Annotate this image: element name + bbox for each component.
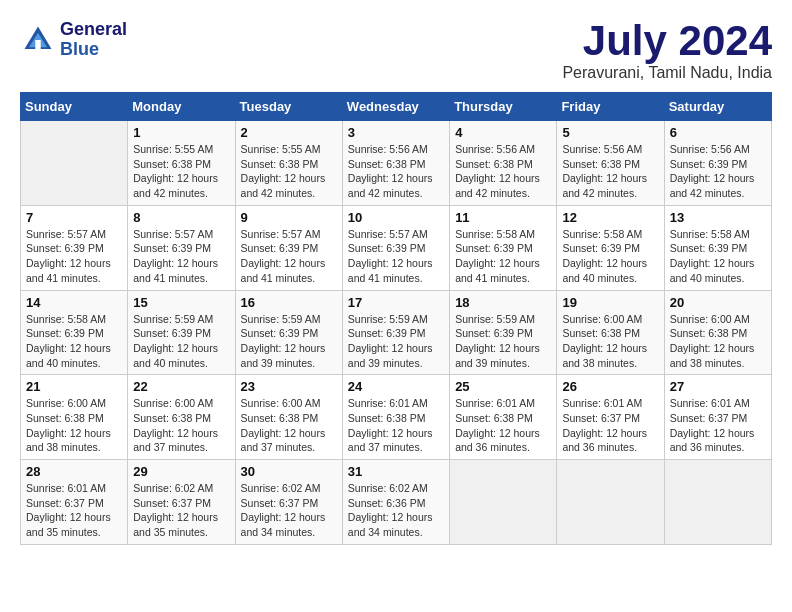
day-number: 16 (241, 295, 337, 310)
calendar-cell (557, 460, 664, 545)
calendar-cell: 26Sunrise: 6:01 AM Sunset: 6:37 PM Dayli… (557, 375, 664, 460)
day-number: 14 (26, 295, 122, 310)
calendar-cell: 28Sunrise: 6:01 AM Sunset: 6:37 PM Dayli… (21, 460, 128, 545)
day-info: Sunrise: 6:01 AM Sunset: 6:38 PM Dayligh… (348, 396, 444, 455)
column-header-thursday: Thursday (450, 93, 557, 121)
calendar-cell: 20Sunrise: 6:00 AM Sunset: 6:38 PM Dayli… (664, 290, 771, 375)
calendar-cell: 30Sunrise: 6:02 AM Sunset: 6:37 PM Dayli… (235, 460, 342, 545)
day-info: Sunrise: 5:58 AM Sunset: 6:39 PM Dayligh… (562, 227, 658, 286)
day-info: Sunrise: 6:01 AM Sunset: 6:37 PM Dayligh… (670, 396, 766, 455)
calendar-week-row: 21Sunrise: 6:00 AM Sunset: 6:38 PM Dayli… (21, 375, 772, 460)
day-info: Sunrise: 5:58 AM Sunset: 6:39 PM Dayligh… (670, 227, 766, 286)
calendar-cell: 24Sunrise: 6:01 AM Sunset: 6:38 PM Dayli… (342, 375, 449, 460)
calendar-cell: 10Sunrise: 5:57 AM Sunset: 6:39 PM Dayli… (342, 205, 449, 290)
column-header-wednesday: Wednesday (342, 93, 449, 121)
calendar-cell: 2Sunrise: 5:55 AM Sunset: 6:38 PM Daylig… (235, 121, 342, 206)
day-info: Sunrise: 5:59 AM Sunset: 6:39 PM Dayligh… (348, 312, 444, 371)
day-info: Sunrise: 5:57 AM Sunset: 6:39 PM Dayligh… (26, 227, 122, 286)
day-info: Sunrise: 5:59 AM Sunset: 6:39 PM Dayligh… (133, 312, 229, 371)
title-block: July 2024 Peravurani, Tamil Nadu, India (562, 20, 772, 82)
calendar-cell: 17Sunrise: 5:59 AM Sunset: 6:39 PM Dayli… (342, 290, 449, 375)
svg-rect-2 (35, 40, 40, 49)
calendar-cell: 6Sunrise: 5:56 AM Sunset: 6:39 PM Daylig… (664, 121, 771, 206)
day-info: Sunrise: 5:57 AM Sunset: 6:39 PM Dayligh… (348, 227, 444, 286)
day-number: 17 (348, 295, 444, 310)
day-info: Sunrise: 6:01 AM Sunset: 6:37 PM Dayligh… (26, 481, 122, 540)
day-number: 27 (670, 379, 766, 394)
day-number: 10 (348, 210, 444, 225)
calendar-cell: 4Sunrise: 5:56 AM Sunset: 6:38 PM Daylig… (450, 121, 557, 206)
calendar-cell: 7Sunrise: 5:57 AM Sunset: 6:39 PM Daylig… (21, 205, 128, 290)
calendar-cell: 8Sunrise: 5:57 AM Sunset: 6:39 PM Daylig… (128, 205, 235, 290)
day-number: 28 (26, 464, 122, 479)
column-header-friday: Friday (557, 93, 664, 121)
calendar-cell: 3Sunrise: 5:56 AM Sunset: 6:38 PM Daylig… (342, 121, 449, 206)
day-info: Sunrise: 6:02 AM Sunset: 6:37 PM Dayligh… (241, 481, 337, 540)
day-info: Sunrise: 5:58 AM Sunset: 6:39 PM Dayligh… (26, 312, 122, 371)
location-subtitle: Peravurani, Tamil Nadu, India (562, 64, 772, 82)
calendar-header-row: SundayMondayTuesdayWednesdayThursdayFrid… (21, 93, 772, 121)
month-year-title: July 2024 (562, 20, 772, 62)
day-number: 11 (455, 210, 551, 225)
calendar-cell: 16Sunrise: 5:59 AM Sunset: 6:39 PM Dayli… (235, 290, 342, 375)
day-info: Sunrise: 6:02 AM Sunset: 6:37 PM Dayligh… (133, 481, 229, 540)
day-info: Sunrise: 5:56 AM Sunset: 6:38 PM Dayligh… (455, 142, 551, 201)
calendar-cell: 23Sunrise: 6:00 AM Sunset: 6:38 PM Dayli… (235, 375, 342, 460)
day-number: 12 (562, 210, 658, 225)
day-number: 2 (241, 125, 337, 140)
day-info: Sunrise: 5:56 AM Sunset: 6:38 PM Dayligh… (348, 142, 444, 201)
day-number: 9 (241, 210, 337, 225)
calendar-week-row: 7Sunrise: 5:57 AM Sunset: 6:39 PM Daylig… (21, 205, 772, 290)
calendar-table: SundayMondayTuesdayWednesdayThursdayFrid… (20, 92, 772, 545)
day-number: 5 (562, 125, 658, 140)
calendar-cell: 21Sunrise: 6:00 AM Sunset: 6:38 PM Dayli… (21, 375, 128, 460)
calendar-cell: 1Sunrise: 5:55 AM Sunset: 6:38 PM Daylig… (128, 121, 235, 206)
calendar-week-row: 28Sunrise: 6:01 AM Sunset: 6:37 PM Dayli… (21, 460, 772, 545)
day-info: Sunrise: 6:00 AM Sunset: 6:38 PM Dayligh… (133, 396, 229, 455)
calendar-cell: 27Sunrise: 6:01 AM Sunset: 6:37 PM Dayli… (664, 375, 771, 460)
day-number: 4 (455, 125, 551, 140)
day-number: 1 (133, 125, 229, 140)
day-number: 15 (133, 295, 229, 310)
day-number: 20 (670, 295, 766, 310)
day-number: 26 (562, 379, 658, 394)
calendar-cell: 14Sunrise: 5:58 AM Sunset: 6:39 PM Dayli… (21, 290, 128, 375)
day-number: 6 (670, 125, 766, 140)
calendar-cell (21, 121, 128, 206)
calendar-cell (664, 460, 771, 545)
calendar-cell: 18Sunrise: 5:59 AM Sunset: 6:39 PM Dayli… (450, 290, 557, 375)
calendar-cell: 29Sunrise: 6:02 AM Sunset: 6:37 PM Dayli… (128, 460, 235, 545)
day-info: Sunrise: 5:56 AM Sunset: 6:39 PM Dayligh… (670, 142, 766, 201)
calendar-cell: 9Sunrise: 5:57 AM Sunset: 6:39 PM Daylig… (235, 205, 342, 290)
calendar-cell: 15Sunrise: 5:59 AM Sunset: 6:39 PM Dayli… (128, 290, 235, 375)
column-header-tuesday: Tuesday (235, 93, 342, 121)
day-number: 8 (133, 210, 229, 225)
day-info: Sunrise: 5:58 AM Sunset: 6:39 PM Dayligh… (455, 227, 551, 286)
logo-line2: Blue (60, 40, 127, 60)
calendar-cell: 19Sunrise: 6:00 AM Sunset: 6:38 PM Dayli… (557, 290, 664, 375)
column-header-sunday: Sunday (21, 93, 128, 121)
day-number: 29 (133, 464, 229, 479)
calendar-cell: 13Sunrise: 5:58 AM Sunset: 6:39 PM Dayli… (664, 205, 771, 290)
column-header-monday: Monday (128, 93, 235, 121)
day-info: Sunrise: 6:02 AM Sunset: 6:36 PM Dayligh… (348, 481, 444, 540)
day-info: Sunrise: 5:55 AM Sunset: 6:38 PM Dayligh… (133, 142, 229, 201)
day-info: Sunrise: 5:55 AM Sunset: 6:38 PM Dayligh… (241, 142, 337, 201)
day-info: Sunrise: 5:59 AM Sunset: 6:39 PM Dayligh… (455, 312, 551, 371)
day-number: 7 (26, 210, 122, 225)
day-info: Sunrise: 6:00 AM Sunset: 6:38 PM Dayligh… (562, 312, 658, 371)
calendar-cell: 12Sunrise: 5:58 AM Sunset: 6:39 PM Dayli… (557, 205, 664, 290)
day-info: Sunrise: 5:56 AM Sunset: 6:38 PM Dayligh… (562, 142, 658, 201)
calendar-cell: 11Sunrise: 5:58 AM Sunset: 6:39 PM Dayli… (450, 205, 557, 290)
day-info: Sunrise: 6:00 AM Sunset: 6:38 PM Dayligh… (670, 312, 766, 371)
day-info: Sunrise: 6:00 AM Sunset: 6:38 PM Dayligh… (26, 396, 122, 455)
day-number: 13 (670, 210, 766, 225)
day-number: 21 (26, 379, 122, 394)
calendar-cell: 25Sunrise: 6:01 AM Sunset: 6:38 PM Dayli… (450, 375, 557, 460)
day-info: Sunrise: 6:01 AM Sunset: 6:38 PM Dayligh… (455, 396, 551, 455)
calendar-week-row: 1Sunrise: 5:55 AM Sunset: 6:38 PM Daylig… (21, 121, 772, 206)
calendar-cell: 22Sunrise: 6:00 AM Sunset: 6:38 PM Dayli… (128, 375, 235, 460)
day-number: 18 (455, 295, 551, 310)
calendar-cell: 31Sunrise: 6:02 AM Sunset: 6:36 PM Dayli… (342, 460, 449, 545)
day-number: 30 (241, 464, 337, 479)
